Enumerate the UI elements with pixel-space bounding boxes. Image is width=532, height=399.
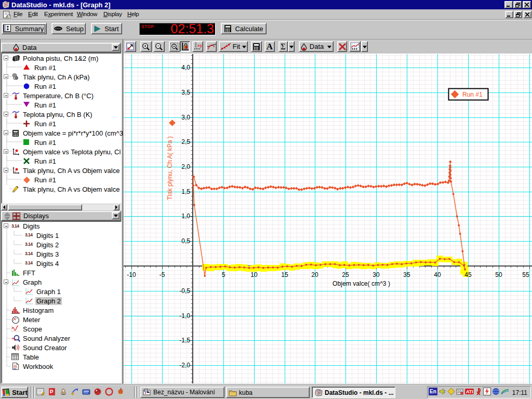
svg-text:Run #1: Run #1 bbox=[462, 91, 483, 98]
svg-text:1,0: 1,0 bbox=[181, 212, 190, 220]
svg-text:15: 15 bbox=[281, 271, 288, 278]
svg-text:2,0: 2,0 bbox=[181, 163, 190, 170]
svg-text:5: 5 bbox=[222, 271, 225, 278]
svg-text:3,0: 3,0 bbox=[181, 114, 190, 121]
svg-text:x: x bbox=[15, 170, 16, 173]
svg-text:3,5: 3,5 bbox=[181, 89, 190, 96]
svg-text:3.14: 3.14 bbox=[25, 260, 33, 265]
svg-text:3.14: 3.14 bbox=[25, 251, 33, 256]
svg-text:0,5: 0,5 bbox=[181, 237, 190, 245]
svg-text:50: 50 bbox=[495, 271, 502, 278]
svg-text:-0,5: -0,5 bbox=[179, 287, 190, 295]
svg-text:xy: xy bbox=[197, 43, 202, 48]
svg-text:x: x bbox=[15, 151, 16, 154]
svg-text:3.14: 3.14 bbox=[25, 242, 33, 247]
svg-text:Tlak plynu, Ch A( kPa ): Tlak plynu, Ch A( kPa ) bbox=[166, 136, 174, 200]
svg-text:-2,0: -2,0 bbox=[179, 362, 190, 369]
svg-text:ATI: ATI bbox=[466, 389, 473, 394]
svg-text:-1,0: -1,0 bbox=[179, 312, 190, 320]
svg-text:20: 20 bbox=[311, 271, 318, 278]
svg-text:25: 25 bbox=[342, 271, 349, 278]
svg-text:-1,5: -1,5 bbox=[179, 337, 190, 344]
svg-text:55: 55 bbox=[522, 271, 529, 278]
svg-text:3.14: 3.14 bbox=[25, 232, 33, 237]
svg-text:35: 35 bbox=[403, 271, 410, 278]
svg-text:4,0: 4,0 bbox=[181, 64, 190, 71]
svg-text:30: 30 bbox=[373, 271, 380, 278]
svg-text:1,5: 1,5 bbox=[181, 188, 190, 195]
svg-text:40: 40 bbox=[434, 271, 441, 278]
svg-text:10: 10 bbox=[250, 271, 258, 278]
svg-text:-5: -5 bbox=[159, 271, 165, 278]
svg-text:Objem valce( cm^3 ): Objem valce( cm^3 ) bbox=[332, 280, 390, 287]
svg-text:-10: -10 bbox=[127, 271, 136, 278]
svg-text:2,5: 2,5 bbox=[181, 138, 190, 145]
svg-text:45: 45 bbox=[464, 271, 472, 278]
svg-text:3.14: 3.14 bbox=[11, 223, 19, 229]
